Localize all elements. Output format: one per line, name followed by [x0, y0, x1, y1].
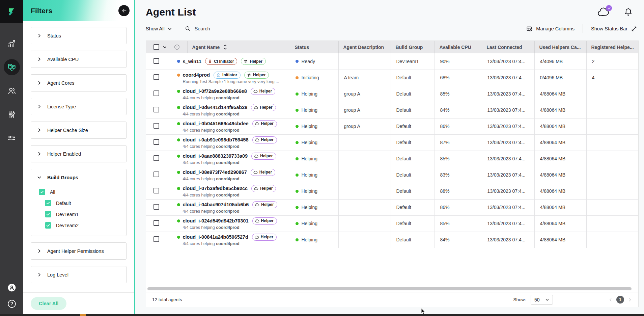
- cloud-status-icon[interactable]: [597, 7, 611, 18]
- used-helpers-cell: 4/88064 MB: [534, 134, 586, 151]
- agent-name: cloud_i-07b3af9db85cb92cc: [183, 186, 248, 191]
- filter-option-default[interactable]: Default: [31, 198, 126, 209]
- table-row[interactable]: s_win11CI InitiatorHelperReadyDevTeam190…: [146, 53, 638, 70]
- status-cell: Helping: [290, 86, 338, 102]
- column-header-agent-name[interactable]: Agent Name: [187, 41, 290, 53]
- collapse-filters-button[interactable]: [118, 5, 130, 16]
- status-dot: [296, 125, 299, 128]
- filter-section-header[interactable]: Build Groups: [31, 169, 126, 186]
- status-dot: [177, 122, 180, 125]
- table-footer: 12 total agents Show: 50 1: [146, 292, 638, 307]
- select-all-checkbox[interactable]: [153, 44, 159, 50]
- table-row[interactable]: cloud_i-08e973f74ed290867Helper4/4 cores…: [146, 167, 638, 183]
- scrollbar-thumb[interactable]: [147, 287, 632, 290]
- show-status-bar-button[interactable]: Show Status Bar: [591, 26, 637, 32]
- show-all-dropdown[interactable]: Show All: [146, 26, 172, 31]
- toolbar-divider: [583, 24, 583, 33]
- filter-section-header[interactable]: Available CPU: [31, 51, 126, 68]
- status-cell: Helping: [290, 102, 338, 118]
- table-row[interactable]: cloud_i-0f72a9a2e88b666e8Helper4/4 cores…: [146, 86, 638, 102]
- used-helpers-cell: 4/88064 MB: [534, 215, 586, 232]
- table-row[interactable]: cloud_i-0d6441d144f95ab28Helper4/4 cores…: [146, 102, 638, 118]
- row-checkbox[interactable]: [153, 155, 159, 161]
- row-checkbox[interactable]: [153, 74, 159, 80]
- current-page-button[interactable]: 1: [616, 296, 624, 304]
- row-checkbox[interactable]: [153, 220, 159, 226]
- description-cell: group A: [338, 102, 391, 118]
- filter-section-header[interactable]: Helper Enabled: [31, 146, 126, 162]
- checkbox-checked[interactable]: [45, 211, 51, 217]
- status-dot: [296, 238, 299, 241]
- manage-columns-button[interactable]: Manage Columns: [526, 26, 575, 32]
- agent-subtitle: 4/4 cores helping coord4prod: [183, 128, 290, 133]
- registered-helpers-cell: [586, 232, 638, 248]
- table-header-row: Agent Name Status Agent Description Buil…: [146, 41, 638, 53]
- search-input[interactable]: [195, 26, 252, 31]
- row-checkbox[interactable]: [153, 188, 159, 193]
- table-row[interactable]: cloud_i-0aae8883239733a09Helper4/4 cores…: [146, 151, 638, 167]
- used-helpers-cell: 4/88064 MB: [534, 232, 586, 248]
- bottom-edge-accent: [80, 314, 86, 316]
- api-key-icon[interactable]: [7, 133, 17, 143]
- row-checkbox[interactable]: [153, 236, 159, 242]
- table-row[interactable]: cloud_i-07b3af9db85cb92ccHelper4/4 cores…: [146, 183, 638, 199]
- table-row[interactable]: cloud_i-024d549d942b70301Helper4/4 cores…: [146, 215, 638, 232]
- chevron-right-icon: [37, 272, 41, 277]
- filter-option-devteam2[interactable]: DevTeam2: [31, 220, 126, 231]
- table-row[interactable]: cloud_i-00841a24b8506527dHelper4/4 cores…: [146, 232, 638, 248]
- previous-page-button[interactable]: [608, 297, 613, 302]
- row-checkbox[interactable]: [153, 90, 159, 96]
- next-page-button[interactable]: [627, 297, 632, 302]
- table-row[interactable]: cloud_i-0ab91e098db759458Helper4/4 cores…: [146, 134, 638, 151]
- agent-name: s_win11: [183, 59, 202, 64]
- brand-logo[interactable]: [0, 0, 23, 23]
- filter-section-header[interactable]: Agent Cores: [31, 75, 126, 91]
- select-menu-chevron-icon[interactable]: [162, 45, 167, 50]
- avatar-icon[interactable]: [7, 283, 17, 292]
- agents-icon[interactable]: [4, 59, 20, 75]
- table-row[interactable]: cloud_i-04bac907d105ab6b6Helper4/4 cores…: [146, 199, 638, 215]
- available-cpu-cell: 84%: [435, 102, 482, 118]
- row-checkbox[interactable]: [153, 172, 159, 177]
- filter-section-header[interactable]: Helper Cache Size: [31, 122, 126, 138]
- notifications-bell-icon[interactable]: [624, 8, 633, 17]
- row-checkbox[interactable]: [153, 123, 159, 129]
- row-checkbox[interactable]: [153, 204, 159, 210]
- pagination: 1: [608, 296, 632, 304]
- agent-subtitle: 4/4 cores helping coord4prod: [183, 112, 290, 116]
- status-dot: [177, 155, 180, 158]
- row-checkbox[interactable]: [153, 107, 159, 112]
- clear-all-button[interactable]: Clear All: [31, 297, 66, 310]
- build-group-cell: Default: [391, 183, 435, 199]
- build-group-cell: Default: [391, 167, 435, 183]
- status-dot: [177, 203, 180, 206]
- badge-helper-cloud: Helper: [252, 234, 277, 241]
- status-dot: [296, 222, 299, 225]
- analytics-icon[interactable]: [7, 39, 17, 48]
- badge-helper-cloud: Helper: [252, 201, 277, 208]
- registered-helpers-cell: [586, 102, 638, 118]
- filter-section-header[interactable]: Agent Helper Permissions: [31, 243, 126, 259]
- checkbox-checked[interactable]: [39, 189, 45, 195]
- row-checkbox[interactable]: [153, 58, 159, 64]
- sort-icon[interactable]: [223, 44, 227, 50]
- filter-option-all[interactable]: All: [31, 186, 126, 198]
- available-cpu-cell: 68%: [435, 70, 482, 86]
- settings-sliders-icon[interactable]: [7, 110, 17, 119]
- filter-option-devteam1[interactable]: DevTeam1: [31, 209, 126, 220]
- users-icon[interactable]: [7, 86, 17, 96]
- table-row[interactable]: cloud_i-0b0451669c49cbdeeHelper4/4 cores…: [146, 118, 638, 134]
- checkbox-checked[interactable]: [45, 200, 51, 206]
- filter-section-header[interactable]: Log Level: [31, 266, 126, 283]
- page-title: Agent List: [146, 6, 196, 18]
- registered-helpers-cell: [586, 183, 638, 199]
- checkbox-checked[interactable]: [45, 222, 51, 229]
- filter-section-header[interactable]: Status: [31, 27, 126, 44]
- filter-section-label: Agent Cores: [47, 80, 75, 86]
- filter-section-header[interactable]: License Type: [31, 98, 126, 115]
- row-checkbox[interactable]: [153, 139, 159, 145]
- help-icon[interactable]: [7, 299, 17, 309]
- table-row[interactable]: coord4prodInitiatorHelperRunning Test Sa…: [146, 70, 638, 86]
- available-cpu-cell: 84%: [435, 232, 482, 248]
- page-size-select[interactable]: 50: [531, 295, 553, 305]
